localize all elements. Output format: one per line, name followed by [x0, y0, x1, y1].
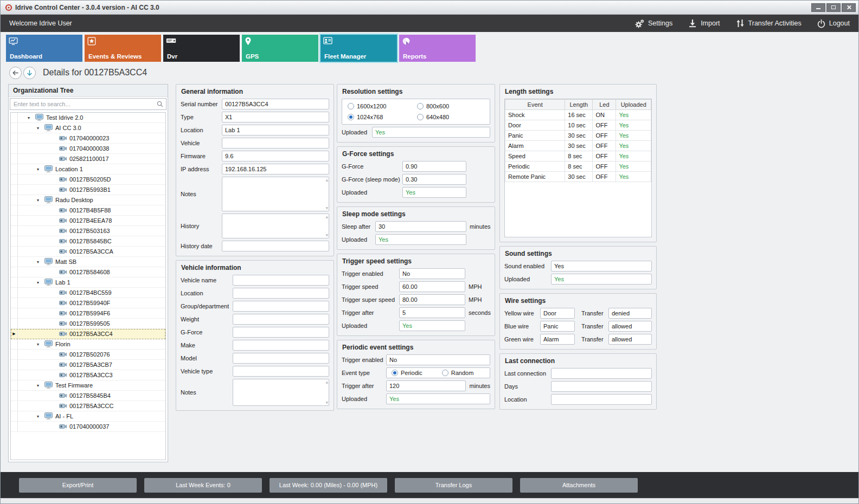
- table-row[interactable]: Speed8 secOFFYes: [505, 151, 651, 161]
- trigger-after-input[interactable]: [386, 380, 466, 391]
- last-week-0-00-miles-0-00-mph-button[interactable]: Last Week: 0.00 (Miles) - 0.00 (MPH): [270, 478, 387, 493]
- radio-option-periodic[interactable]: Periodic: [392, 370, 422, 376]
- tree-device-row[interactable]: 00127B5845B4: [11, 391, 165, 401]
- radio-option-800x600[interactable]: 800x600: [417, 103, 484, 109]
- expand-arrow-icon[interactable]: ▾: [37, 198, 44, 203]
- weight-input[interactable]: [233, 314, 329, 325]
- tree-device-row[interactable]: 017040000038: [11, 144, 165, 154]
- trigger-enabled-input[interactable]: [399, 268, 465, 279]
- tree-device-row[interactable]: 00127B584608: [11, 267, 165, 277]
- expand-arrow-icon[interactable]: ▾: [28, 115, 35, 120]
- tree-group-row[interactable]: ▾Radu Desktop: [11, 195, 165, 205]
- trigger-after-input[interactable]: [399, 307, 465, 318]
- tree-group-row[interactable]: ▾AI - FL: [11, 411, 165, 422]
- tab-reports[interactable]: Reports: [399, 35, 476, 62]
- trigger-super-speed-input[interactable]: [399, 294, 465, 305]
- tab-dvr[interactable]: Dvr: [163, 35, 240, 62]
- history-textarea[interactable]: [222, 214, 329, 238]
- tree-group-row[interactable]: ▾Test Idrive 2.0: [11, 113, 165, 123]
- g-force-input[interactable]: [233, 327, 329, 338]
- notes-textarea[interactable]: [233, 379, 329, 406]
- tree-device-row[interactable]: 00127B503163: [11, 226, 165, 236]
- sleep-after-input[interactable]: [375, 221, 466, 232]
- tree-group-row[interactable]: ▾Lab 1: [11, 277, 165, 288]
- history-date-input[interactable]: [222, 241, 329, 251]
- g-force-input[interactable]: [402, 161, 466, 172]
- blue-wire-input[interactable]: [540, 321, 575, 332]
- back-button[interactable]: [9, 67, 22, 79]
- location-input[interactable]: [551, 394, 652, 405]
- radio-option-1024x768[interactable]: 1024x768: [348, 114, 415, 120]
- search-input[interactable]: [10, 98, 166, 110]
- tree-device-row[interactable]: 00127B4EEA78: [11, 216, 165, 226]
- import-action[interactable]: Import: [688, 18, 720, 28]
- logout-action[interactable]: Logout: [817, 19, 850, 28]
- down-arrow-button[interactable]: [23, 67, 36, 79]
- tree-device-row[interactable]: 00127B59940F: [11, 298, 165, 308]
- tab-events-reviews[interactable]: Events & Reviews: [85, 35, 161, 62]
- minimize-button[interactable]: [811, 3, 825, 12]
- table-row[interactable]: Door10 secOFFYes: [505, 120, 651, 131]
- tree-group-row[interactable]: ▾AI CC 3.0: [11, 123, 165, 133]
- sound-enabled-input[interactable]: [551, 261, 652, 272]
- last-week-events-0-button[interactable]: Last Week Events: 0: [144, 478, 262, 493]
- blue-wire-transfer-input[interactable]: [608, 321, 652, 332]
- expand-arrow-icon[interactable]: ▾: [37, 126, 44, 131]
- tree-device-row[interactable]: 00127B5845BC: [11, 236, 165, 247]
- notes-textarea[interactable]: [222, 177, 329, 211]
- transfer-logs-button[interactable]: Transfer Logs: [395, 478, 512, 493]
- tree-group-row[interactable]: ▾Matt SB: [11, 257, 165, 267]
- green-wire-transfer-input[interactable]: [608, 334, 652, 345]
- expand-arrow-icon[interactable]: ▾: [37, 280, 44, 285]
- group-department-input[interactable]: [233, 301, 329, 312]
- table-row[interactable]: Remote Panic30 secOFFYes: [505, 172, 651, 182]
- g-force-sleep-mode-input[interactable]: [402, 174, 466, 185]
- expand-arrow-icon[interactable]: ▾: [37, 260, 44, 264]
- yellow-wire-transfer-input[interactable]: [608, 308, 652, 319]
- radio-option-640x480[interactable]: 640x480: [417, 114, 484, 120]
- tree-device-row[interactable]: 00127B50205D: [11, 175, 165, 185]
- tree-device-row[interactable]: ▶00127B5A3CC4: [11, 329, 165, 339]
- table-row[interactable]: Alarm30 secOFFYes: [505, 141, 651, 151]
- make-input[interactable]: [233, 340, 329, 351]
- maximize-button[interactable]: [826, 3, 841, 12]
- tree-device-row[interactable]: 00127B4BC559: [11, 288, 165, 298]
- yellow-wire-input[interactable]: [540, 308, 575, 319]
- tree-device-row[interactable]: 00127B5993B1: [11, 185, 165, 195]
- close-button[interactable]: [842, 3, 856, 12]
- expand-arrow-icon[interactable]: ▾: [37, 383, 44, 388]
- ip-address-input[interactable]: [222, 164, 329, 175]
- firmware-input[interactable]: [222, 151, 329, 161]
- tree-device-row[interactable]: 00127B5994F6: [11, 308, 165, 319]
- radio-option-random[interactable]: Random: [442, 370, 474, 376]
- tree-group-row[interactable]: ▾Florin: [11, 339, 165, 350]
- expand-arrow-icon[interactable]: ▾: [37, 167, 44, 172]
- vehicle-name-input[interactable]: [233, 275, 329, 286]
- tree-device-row[interactable]: 017040000023: [11, 133, 165, 144]
- days-input[interactable]: [551, 381, 652, 392]
- attachments-button[interactable]: Attachments: [520, 478, 638, 493]
- transfer-activities-action[interactable]: Transfer Activities: [735, 18, 802, 28]
- tab-dashboard[interactable]: Dashboard: [6, 35, 82, 62]
- type-input[interactable]: [222, 112, 329, 122]
- tree-device-row[interactable]: 00127B5A3CC3: [11, 370, 165, 380]
- radio-option-1600x1200[interactable]: 1600x1200: [348, 103, 415, 109]
- tree-group-row[interactable]: ▾Location 1: [11, 164, 165, 175]
- tree-device-row[interactable]: 00127B599505: [11, 319, 165, 329]
- model-input[interactable]: [233, 353, 329, 364]
- table-row[interactable]: Periodic8 secOFFYes: [505, 161, 651, 172]
- expand-arrow-icon[interactable]: ▾: [37, 342, 44, 347]
- tree-device-row[interactable]: 00127B502076: [11, 350, 165, 360]
- export-print-button[interactable]: Export/Print: [19, 478, 137, 493]
- tree-device-row[interactable]: 017040000037: [11, 422, 165, 432]
- tree-device-row[interactable]: 025821100017: [11, 154, 165, 164]
- tree-device-row[interactable]: 00127B5A3CCC: [11, 401, 165, 411]
- trigger-speed-input[interactable]: [399, 281, 465, 292]
- location-input[interactable]: [222, 125, 329, 135]
- expand-arrow-icon[interactable]: ▾: [37, 414, 44, 419]
- tree-device-row[interactable]: 00127B5A3CB7: [11, 360, 165, 370]
- table-row[interactable]: Shock16 secONYes: [505, 110, 651, 120]
- tree-group-row[interactable]: ▾Test Firmware: [11, 380, 165, 391]
- trigger-enabled-input[interactable]: [386, 354, 490, 365]
- vehicle-type-input[interactable]: [233, 366, 329, 377]
